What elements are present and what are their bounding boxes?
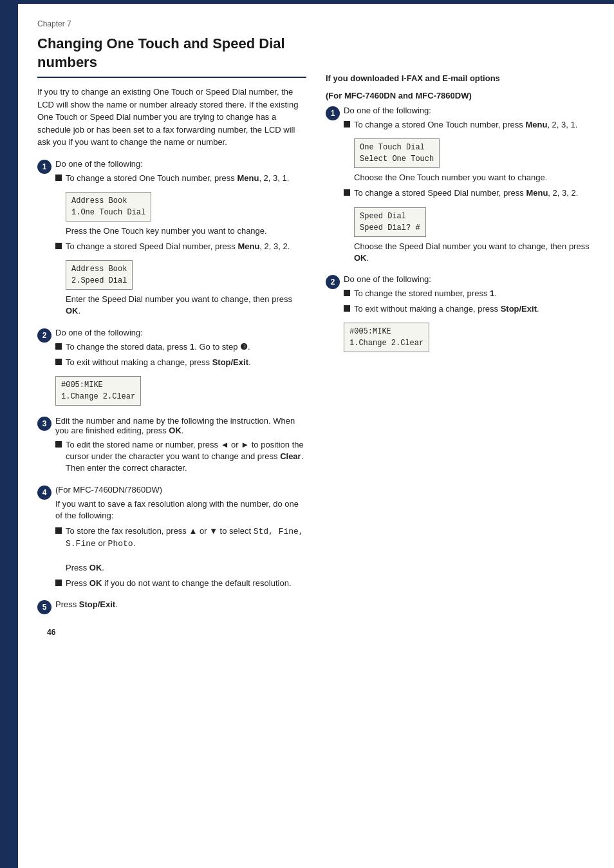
right-heading-2: (For MFC-7460DN and MFC-7860DW) — [326, 91, 595, 100]
stop-exit-bold-1: Stop/Exit — [212, 357, 248, 367]
step-1-content: Do one of the following: To change a sto… — [55, 159, 306, 321]
right-bullet-icon-4 — [344, 305, 350, 312]
right-step-2-content: Do one of the following: To change the s… — [344, 274, 595, 356]
ok-bold-1: OK — [66, 306, 79, 316]
right-step-1-sub-1: Choose the One Touch number you want to … — [354, 172, 595, 184]
chapter-label: Chapter 7 — [37, 19, 595, 28]
bullet-icon-4 — [55, 359, 62, 365]
step-3-bullet-1-text: To edit the stored name or number, press… — [66, 439, 306, 475]
right-step-2-bullet-1: To change the stored number, press 1. — [344, 288, 595, 299]
bullet-icon-7 — [55, 580, 62, 586]
step-5-content: Press Stop/Exit. — [55, 599, 306, 613]
bullet-icon-2 — [55, 243, 62, 249]
step-3-label: Edit the number and name by the followin… — [55, 416, 306, 435]
intro-paragraph: If you try to change an existing One Tou… — [37, 86, 306, 149]
step-circle-4: 4 — [37, 486, 51, 500]
bullet-icon-3 — [55, 343, 62, 350]
step-1-bullet-2: To change a stored Speed Dial number, pr… — [55, 241, 306, 252]
right-step-2: 2 Do one of the following: To change the… — [326, 274, 595, 356]
step-1-sub-2: Enter the Speed Dial number you want to … — [66, 294, 306, 317]
step-4-bullet-1-text: To store the fax resolution, press ▲ or … — [66, 525, 306, 574]
right-step-2-label: Do one of the following: — [344, 274, 595, 284]
page-number: 46 — [47, 628, 55, 637]
page-title: Changing One Touch and Speed Dial number… — [37, 35, 306, 78]
bullet-icon — [55, 175, 62, 181]
step-4-bullets: To store the fax resolution, press ▲ or … — [55, 525, 306, 589]
step-4-content: (For MFC-7460DN/7860DW) If you want to s… — [55, 485, 306, 593]
lcd-box-2-wrapper: Address Book2.Speed Dial Enter the Speed… — [66, 256, 306, 317]
left-step-1: 1 Do one of the following: To change a s… — [37, 159, 306, 321]
step-2-content: Do one of the following: To change the s… — [55, 328, 306, 410]
ok-bold-4: OK — [89, 578, 102, 588]
right-step-1-bullet-1: To change a stored One Touch number, pre… — [344, 119, 595, 131]
menu-bold-2: Menu — [237, 241, 259, 251]
stop-exit-bold-2: Stop/Exit — [79, 599, 115, 609]
step-3-bullets: To edit the stored name or number, press… — [55, 439, 306, 475]
right-step-1-bullets: To change a stored One Touch number, pre… — [344, 119, 595, 131]
step-2-bullet-1-text: To change the stored data, press 1. Go t… — [66, 341, 250, 353]
step-4-bullet-2-text: Press OK if you do not want to change th… — [66, 578, 292, 589]
right-lcd-1: One Touch DialSelect One Touch — [354, 138, 440, 168]
step-2-bullet-2-text: To exit without making a change, press S… — [66, 357, 251, 368]
step-1-sub-1: Press the One Touch key number you want … — [66, 225, 306, 237]
right-bullet-icon-2 — [344, 189, 350, 196]
left-step-4: 4 (For MFC-7460DN/7860DW) If you want to… — [37, 485, 306, 593]
step-4-for-label: (For MFC-7460DN/7860DW) — [55, 485, 306, 495]
right-menu-bold-2: Menu — [526, 188, 548, 198]
right-step-1: 1 Do one of the following: To change a s… — [326, 106, 595, 268]
right-heading-1: If you downloaded I-FAX and E-mail optio… — [326, 73, 595, 83]
right-lcd-1-wrapper: One Touch DialSelect One Touch Choose th… — [354, 135, 595, 184]
step-circle-3: 3 — [37, 417, 51, 431]
step-ref-bold: ❸ — [240, 342, 248, 352]
right-menu-bold-1: Menu — [525, 120, 547, 129]
right-lcd-2: Speed DialSpeed Dial? # — [354, 207, 426, 237]
step-3-content: Edit the number and name by the followin… — [55, 416, 306, 478]
lcd-box-1-wrapper: Address Book1.One Touch Dial Press the O… — [66, 188, 306, 237]
two-column-layout: Changing One Touch and Speed Dial number… — [37, 35, 595, 621]
ok-bold-3: OK — [89, 563, 102, 572]
menu-bold-1: Menu — [237, 173, 259, 183]
right-lcd-2-wrapper: Speed DialSpeed Dial? # Choose the Speed… — [354, 203, 595, 264]
right-step-2-bullets: To change the stored number, press 1. To… — [344, 288, 595, 315]
step-circle-5: 5 — [37, 600, 51, 614]
right-step-circle-1: 1 — [326, 106, 340, 120]
step-2-bullets: To change the stored data, press 1. Go t… — [55, 341, 306, 368]
right-step-2-bullet-2: To exit without making a change, press S… — [344, 303, 595, 315]
main-content: Chapter 7 Changing One Touch and Speed D… — [18, 0, 614, 646]
step-circle-1: 1 — [37, 160, 51, 174]
step-1-bullet-1-text: To change a stored One Touch number, pre… — [66, 173, 289, 184]
clear-bold: Clear — [280, 451, 301, 461]
step-2-bullet-2: To exit without making a change, press S… — [55, 357, 306, 368]
step-4-sub: If you want to save a fax resolution alo… — [55, 498, 306, 522]
right-step-1-bullet-2: To change a stored Speed Dial number, pr… — [344, 187, 595, 199]
right-press-1-bold: 1 — [490, 288, 494, 298]
left-step-5: 5 Press Stop/Exit. — [37, 599, 306, 614]
right-step-2-bullet-1-text: To change the stored number, press 1. — [354, 288, 497, 299]
left-sidebar — [0, 0, 18, 868]
step-4-bullet-1: To store the fax resolution, press ▲ or … — [55, 525, 306, 574]
left-step-2: 2 Do one of the following: To change the… — [37, 328, 306, 410]
std-fine-mono: Std, Fine, S.Fine — [66, 527, 304, 549]
ok-bold-2: OK — [169, 426, 181, 435]
step-2-bullet-1: To change the stored data, press 1. Go t… — [55, 341, 306, 353]
right-step-2-bullet-2-text: To exit without making a change, press S… — [354, 303, 539, 315]
step-1-bullet-1: To change a stored One Touch number, pre… — [55, 173, 306, 184]
bullet-icon-5 — [55, 441, 62, 448]
right-step-1-bullet-2-text: To change a stored Speed Dial number, pr… — [354, 187, 578, 199]
bullet-icon-6 — [55, 527, 62, 534]
right-ok-bold-1: OK — [354, 253, 367, 263]
right-lcd-3: #005:MIKE1.Change 2.Clear — [344, 323, 429, 352]
right-step-circle-2: 2 — [326, 275, 340, 289]
right-stop-exit-bold: Stop/Exit — [501, 304, 537, 314]
right-column: If you downloaded I-FAX and E-mail optio… — [326, 35, 595, 621]
lcd-box-1: Address Book1.One Touch Dial — [66, 192, 151, 222]
right-bullet-icon-1 — [344, 121, 350, 127]
lcd-box-3: #005:MIKE1.Change 2.Clear — [55, 376, 141, 406]
step-circle-2: 2 — [37, 328, 51, 343]
right-step-1-bullet-1-text: To change a stored One Touch number, pre… — [354, 119, 577, 131]
right-bullet-icon-3 — [344, 290, 350, 296]
right-step-1-bullet-2-list: To change a stored Speed Dial number, pr… — [344, 187, 595, 199]
step-3-bullet-1: To edit the stored name or number, press… — [55, 439, 306, 475]
press-1-bold: 1 — [190, 342, 194, 352]
right-step-1-sub-2: Choose the Speed Dial number you want to… — [354, 241, 595, 264]
